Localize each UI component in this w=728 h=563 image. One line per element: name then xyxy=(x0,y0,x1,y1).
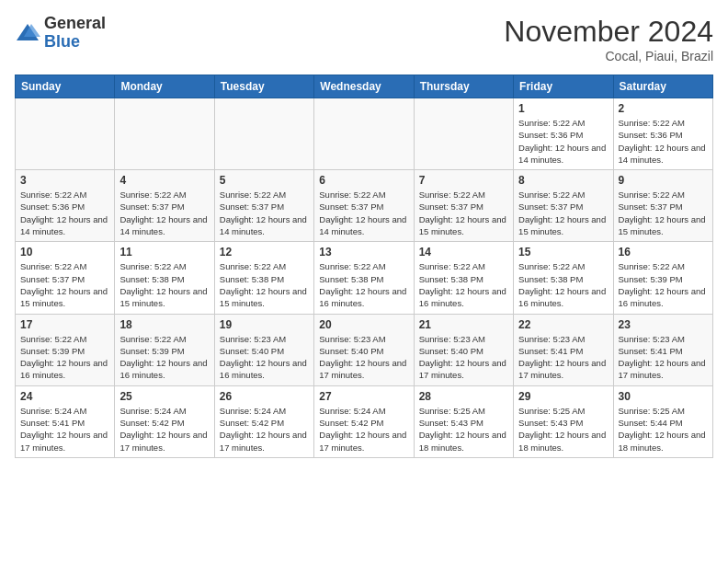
day-info: Sunrise: 5:22 AM Sunset: 5:37 PM Dayligh… xyxy=(220,189,309,237)
calendar-cell: 28Sunrise: 5:25 AM Sunset: 5:43 PM Dayli… xyxy=(414,385,513,457)
day-info: Sunrise: 5:22 AM Sunset: 5:39 PM Dayligh… xyxy=(119,333,209,382)
day-number: 10 xyxy=(20,246,109,259)
day-info: Sunrise: 5:22 AM Sunset: 5:38 PM Dayligh… xyxy=(518,260,608,309)
day-number: 27 xyxy=(319,390,408,403)
calendar-cell: 25Sunrise: 5:24 AM Sunset: 5:42 PM Dayli… xyxy=(115,385,214,457)
calendar-cell xyxy=(414,98,513,170)
day-info: Sunrise: 5:23 AM Sunset: 5:41 PM Dayligh… xyxy=(518,333,608,382)
day-info: Sunrise: 5:23 AM Sunset: 5:40 PM Dayligh… xyxy=(319,333,408,382)
calendar-cell xyxy=(115,98,214,170)
logo-general-text: General xyxy=(44,15,106,33)
title-block: November 2024 Cocal, Piaui, Brazil xyxy=(504,15,713,63)
day-number: 21 xyxy=(419,318,508,331)
day-info: Sunrise: 5:22 AM Sunset: 5:37 PM Dayligh… xyxy=(518,189,608,237)
day-info: Sunrise: 5:22 AM Sunset: 5:38 PM Dayligh… xyxy=(220,260,309,309)
day-number: 16 xyxy=(619,246,708,259)
calendar-cell: 10Sunrise: 5:22 AM Sunset: 5:37 PM Dayli… xyxy=(16,242,115,314)
calendar-header-tuesday: Tuesday xyxy=(214,75,313,98)
day-number: 19 xyxy=(220,318,309,331)
calendar-header-monday: Monday xyxy=(115,75,214,98)
day-number: 3 xyxy=(20,174,109,187)
calendar-week-2: 3Sunrise: 5:22 AM Sunset: 5:36 PM Daylig… xyxy=(16,170,713,242)
calendar-header-thursday: Thursday xyxy=(414,75,513,98)
calendar-cell: 22Sunrise: 5:23 AM Sunset: 5:41 PM Dayli… xyxy=(514,314,613,385)
calendar-cell: 24Sunrise: 5:24 AM Sunset: 5:41 PM Dayli… xyxy=(16,385,115,457)
day-number: 29 xyxy=(518,390,608,403)
calendar-header-row: SundayMondayTuesdayWednesdayThursdayFrid… xyxy=(16,75,713,98)
calendar-week-4: 17Sunrise: 5:22 AM Sunset: 5:39 PM Dayli… xyxy=(16,314,713,385)
calendar-cell: 8Sunrise: 5:22 AM Sunset: 5:37 PM Daylig… xyxy=(514,170,613,242)
calendar-cell: 5Sunrise: 5:22 AM Sunset: 5:37 PM Daylig… xyxy=(214,170,313,242)
calendar-cell: 23Sunrise: 5:23 AM Sunset: 5:41 PM Dayli… xyxy=(613,314,712,385)
day-info: Sunrise: 5:22 AM Sunset: 5:38 PM Dayligh… xyxy=(419,260,508,309)
calendar-week-5: 24Sunrise: 5:24 AM Sunset: 5:41 PM Dayli… xyxy=(16,385,713,457)
day-info: Sunrise: 5:24 AM Sunset: 5:42 PM Dayligh… xyxy=(319,405,408,454)
calendar-header-saturday: Saturday xyxy=(613,75,712,98)
day-number: 15 xyxy=(518,246,608,259)
day-info: Sunrise: 5:22 AM Sunset: 5:37 PM Dayligh… xyxy=(619,189,708,237)
calendar-cell: 15Sunrise: 5:22 AM Sunset: 5:38 PM Dayli… xyxy=(514,242,613,314)
logo-blue-text: Blue xyxy=(44,33,106,52)
day-info: Sunrise: 5:22 AM Sunset: 5:39 PM Dayligh… xyxy=(20,333,109,382)
day-info: Sunrise: 5:22 AM Sunset: 5:36 PM Dayligh… xyxy=(619,117,708,166)
day-number: 9 xyxy=(619,174,708,187)
calendar-cell: 6Sunrise: 5:22 AM Sunset: 5:37 PM Daylig… xyxy=(314,170,414,242)
calendar-cell: 26Sunrise: 5:24 AM Sunset: 5:42 PM Dayli… xyxy=(214,385,313,457)
calendar-week-3: 10Sunrise: 5:22 AM Sunset: 5:37 PM Dayli… xyxy=(16,242,713,314)
day-number: 22 xyxy=(518,318,608,331)
day-info: Sunrise: 5:22 AM Sunset: 5:37 PM Dayligh… xyxy=(20,260,109,309)
calendar-cell: 30Sunrise: 5:25 AM Sunset: 5:44 PM Dayli… xyxy=(613,385,712,457)
calendar-week-1: 1Sunrise: 5:22 AM Sunset: 5:36 PM Daylig… xyxy=(16,98,713,170)
calendar-cell: 27Sunrise: 5:24 AM Sunset: 5:42 PM Dayli… xyxy=(314,385,414,457)
day-number: 26 xyxy=(220,390,309,403)
calendar-header-friday: Friday xyxy=(514,75,613,98)
day-number: 20 xyxy=(319,318,408,331)
day-info: Sunrise: 5:23 AM Sunset: 5:40 PM Dayligh… xyxy=(419,333,508,382)
month-title: November 2024 xyxy=(504,15,713,49)
calendar-cell: 3Sunrise: 5:22 AM Sunset: 5:36 PM Daylig… xyxy=(16,170,115,242)
day-number: 24 xyxy=(20,390,109,403)
location-title: Cocal, Piaui, Brazil xyxy=(504,49,713,63)
calendar-cell: 29Sunrise: 5:25 AM Sunset: 5:43 PM Dayli… xyxy=(514,385,613,457)
calendar-cell: 7Sunrise: 5:22 AM Sunset: 5:37 PM Daylig… xyxy=(414,170,513,242)
day-info: Sunrise: 5:22 AM Sunset: 5:36 PM Dayligh… xyxy=(518,117,608,166)
day-info: Sunrise: 5:25 AM Sunset: 5:44 PM Dayligh… xyxy=(619,405,708,454)
day-number: 23 xyxy=(619,318,708,331)
calendar-cell: 11Sunrise: 5:22 AM Sunset: 5:38 PM Dayli… xyxy=(115,242,214,314)
day-info: Sunrise: 5:24 AM Sunset: 5:42 PM Dayligh… xyxy=(220,405,309,454)
day-info: Sunrise: 5:22 AM Sunset: 5:38 PM Dayligh… xyxy=(319,260,408,309)
logo-icon xyxy=(15,20,40,46)
day-info: Sunrise: 5:24 AM Sunset: 5:41 PM Dayligh… xyxy=(20,405,109,454)
page-header: General Blue November 2024 Cocal, Piaui,… xyxy=(15,15,713,63)
calendar-cell: 9Sunrise: 5:22 AM Sunset: 5:37 PM Daylig… xyxy=(613,170,712,242)
day-number: 5 xyxy=(220,174,309,187)
day-info: Sunrise: 5:22 AM Sunset: 5:37 PM Dayligh… xyxy=(419,189,508,237)
day-info: Sunrise: 5:22 AM Sunset: 5:37 PM Dayligh… xyxy=(119,189,209,237)
day-number: 12 xyxy=(220,246,309,259)
calendar-cell: 1Sunrise: 5:22 AM Sunset: 5:36 PM Daylig… xyxy=(514,98,613,170)
day-info: Sunrise: 5:24 AM Sunset: 5:42 PM Dayligh… xyxy=(119,405,209,454)
day-number: 1 xyxy=(518,102,608,115)
day-info: Sunrise: 5:25 AM Sunset: 5:43 PM Dayligh… xyxy=(419,405,508,454)
day-number: 25 xyxy=(119,390,209,403)
day-number: 6 xyxy=(319,174,408,187)
day-number: 11 xyxy=(119,246,209,259)
day-info: Sunrise: 5:22 AM Sunset: 5:36 PM Dayligh… xyxy=(20,189,109,237)
day-number: 8 xyxy=(518,174,608,187)
day-number: 28 xyxy=(419,390,508,403)
calendar-table: SundayMondayTuesdayWednesdayThursdayFrid… xyxy=(15,75,713,458)
day-number: 17 xyxy=(20,318,109,331)
day-info: Sunrise: 5:25 AM Sunset: 5:43 PM Dayligh… xyxy=(518,405,608,454)
calendar-cell: 4Sunrise: 5:22 AM Sunset: 5:37 PM Daylig… xyxy=(115,170,214,242)
day-info: Sunrise: 5:23 AM Sunset: 5:41 PM Dayligh… xyxy=(619,333,708,382)
calendar-cell: 20Sunrise: 5:23 AM Sunset: 5:40 PM Dayli… xyxy=(314,314,414,385)
day-info: Sunrise: 5:23 AM Sunset: 5:40 PM Dayligh… xyxy=(220,333,309,382)
calendar-cell: 12Sunrise: 5:22 AM Sunset: 5:38 PM Dayli… xyxy=(214,242,313,314)
day-info: Sunrise: 5:22 AM Sunset: 5:39 PM Dayligh… xyxy=(619,260,708,309)
calendar-cell: 13Sunrise: 5:22 AM Sunset: 5:38 PM Dayli… xyxy=(314,242,414,314)
calendar-header-wednesday: Wednesday xyxy=(314,75,414,98)
calendar-cell: 18Sunrise: 5:22 AM Sunset: 5:39 PM Dayli… xyxy=(115,314,214,385)
logo: General Blue xyxy=(15,15,106,52)
day-number: 14 xyxy=(419,246,508,259)
calendar-cell xyxy=(214,98,313,170)
